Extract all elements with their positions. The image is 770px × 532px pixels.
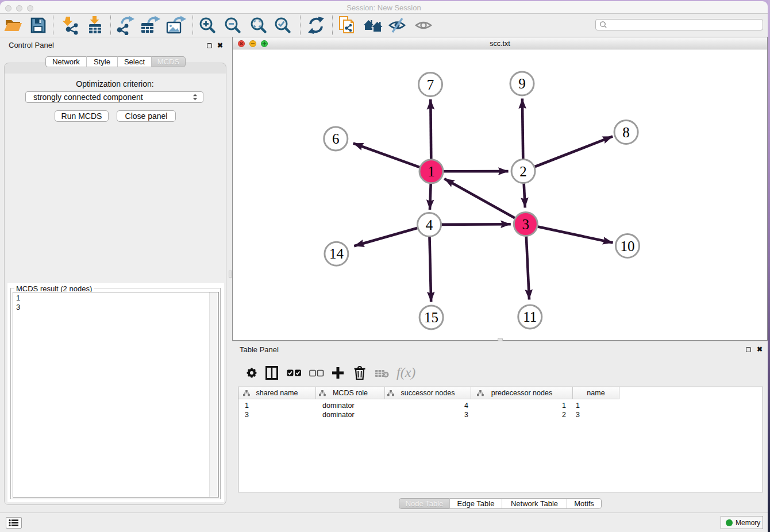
svg-text:2: 2 <box>519 164 527 179</box>
svg-text:3: 3 <box>522 217 530 232</box>
svg-text:6: 6 <box>332 131 340 147</box>
svg-text:10: 10 <box>621 238 635 254</box>
svg-text:8: 8 <box>622 125 630 140</box>
svg-text:7: 7 <box>427 77 434 92</box>
svg-text:4: 4 <box>426 217 433 233</box>
svg-text:11: 11 <box>523 309 537 325</box>
svg-text:9: 9 <box>518 76 526 91</box>
svg-text:15: 15 <box>424 310 438 325</box>
svg-text:14: 14 <box>329 246 344 261</box>
svg-text:1: 1 <box>428 164 435 179</box>
